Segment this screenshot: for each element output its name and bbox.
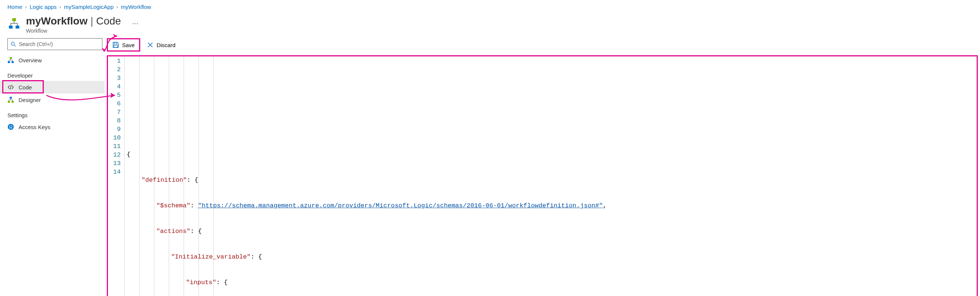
breadcrumb: Home › Logic apps › mySampleLogicApp › m… (0, 0, 980, 11)
line-number: 2 (113, 66, 121, 74)
line-number: 12 (113, 151, 121, 159)
svg-rect-8 (10, 97, 12, 99)
page-title: myWorkflow | Code (26, 15, 121, 27)
workflow-icon (8, 57, 14, 64)
sidebar-item-label: Designer (19, 97, 41, 103)
breadcrumb-app[interactable]: mySampleLogicApp (64, 4, 113, 10)
chevron-right-icon: › (60, 5, 61, 10)
save-button[interactable]: Save (107, 38, 140, 52)
svg-rect-1 (9, 25, 13, 29)
code-line: { (124, 151, 977, 159)
line-number: 13 (113, 159, 121, 168)
svg-point-3 (11, 42, 14, 45)
code-line: "Initialize_variable": { (124, 253, 977, 261)
main-content: Save Discard 1 2 3 4 5 6 7 8 9 10 11 12 (105, 36, 980, 296)
svg-rect-13 (114, 45, 118, 48)
sidebar-item-label: Code (19, 84, 32, 91)
page-header: myWorkflow | Code Workflow ··· (0, 11, 980, 36)
keys-icon (8, 124, 14, 130)
svg-rect-5 (10, 57, 12, 59)
designer-icon (8, 96, 14, 103)
search-placeholder: Search (Ctrl+/) (19, 41, 52, 47)
svg-rect-7 (11, 61, 14, 63)
svg-rect-10 (11, 101, 14, 103)
line-number: 11 (113, 142, 121, 151)
svg-rect-12 (114, 42, 117, 44)
sidebar-item-access-keys[interactable]: Access Keys (0, 121, 105, 133)
svg-line-4 (14, 45, 16, 46)
code-line: "definition": { (124, 176, 977, 185)
line-number: 1 (113, 57, 121, 66)
save-button-label: Save (122, 42, 135, 48)
search-icon (11, 41, 16, 47)
search-input[interactable]: Search (Ctrl+/) (8, 38, 102, 50)
line-number: 6 (113, 100, 121, 108)
line-number: 5 (113, 91, 121, 100)
breadcrumb-workflow[interactable]: myWorkflow (121, 4, 151, 10)
line-number: 3 (113, 74, 121, 83)
title-workflow-name: myWorkflow (26, 15, 88, 27)
line-number: 4 (113, 83, 121, 91)
svg-rect-9 (8, 101, 10, 103)
sidebar-item-overview[interactable]: Overview (0, 54, 105, 67)
chevron-right-icon: › (25, 5, 27, 10)
sidebar-section-settings: Settings (0, 106, 105, 121)
svg-point-11 (8, 124, 14, 130)
sidebar-item-designer[interactable]: Designer (0, 94, 105, 106)
title-section: Code (96, 15, 121, 27)
code-content[interactable]: { "definition": { "$schema": "https://sc… (124, 56, 977, 296)
line-number: 14 (113, 168, 121, 177)
save-icon (112, 41, 119, 48)
sidebar-section-developer: Developer (0, 67, 105, 81)
sidebar-item-label: Access Keys (19, 124, 51, 130)
code-line: "$schema": "https://schema.management.az… (124, 202, 977, 210)
chevron-right-icon: › (116, 5, 118, 10)
breadcrumb-home[interactable]: Home (8, 4, 22, 10)
line-number: 9 (113, 126, 121, 134)
sidebar-item-code[interactable]: Code (0, 81, 105, 94)
line-number: 8 (113, 117, 121, 126)
line-number: 7 (113, 108, 121, 117)
breadcrumb-logic-apps[interactable]: Logic apps (30, 4, 57, 10)
sidebar: Search (Ctrl+/) Overview Developer Code (0, 36, 105, 296)
code-icon (8, 84, 14, 91)
page-subtitle: Workflow (26, 28, 121, 34)
workflow-icon (8, 18, 21, 31)
sidebar-item-label: Overview (19, 57, 42, 64)
svg-rect-6 (8, 61, 10, 63)
svg-rect-2 (16, 25, 19, 29)
discard-button[interactable]: Discard (142, 39, 180, 51)
line-number: 10 (113, 134, 121, 142)
more-actions-icon[interactable]: ··· (132, 19, 138, 27)
code-line: "actions": { (124, 228, 977, 236)
discard-button-label: Discard (156, 42, 175, 48)
close-icon (147, 41, 154, 48)
title-separator: | (91, 15, 93, 27)
code-editor[interactable]: 1 2 3 4 5 6 7 8 9 10 11 12 13 14 (107, 55, 978, 296)
svg-rect-0 (12, 18, 16, 21)
toolbar: Save Discard (105, 36, 980, 55)
code-line: "inputs": { (124, 278, 977, 287)
line-number-gutter: 1 2 3 4 5 6 7 8 9 10 11 12 13 14 (108, 56, 124, 296)
